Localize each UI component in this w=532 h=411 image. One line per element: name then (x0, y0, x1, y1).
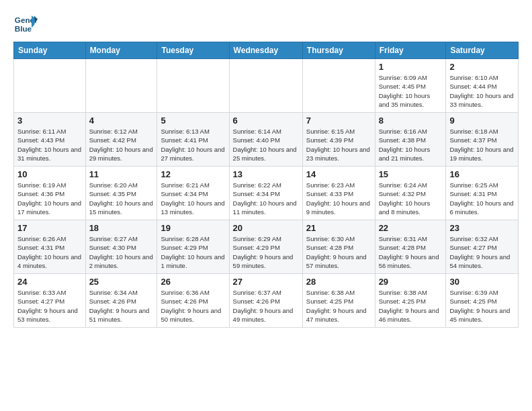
day-cell (157, 59, 229, 113)
day-cell: 21Sunrise: 6:30 AM Sunset: 4:28 PM Dayli… (302, 220, 375, 274)
week-row-1: 1Sunrise: 6:09 AM Sunset: 4:45 PM Daylig… (14, 59, 519, 113)
day-info: Sunrise: 6:15 AM Sunset: 4:39 PM Dayligh… (306, 127, 371, 163)
day-cell (14, 59, 86, 113)
day-info: Sunrise: 6:20 AM Sunset: 4:35 PM Dayligh… (89, 181, 154, 216)
day-cell: 22Sunrise: 6:31 AM Sunset: 4:28 PM Dayli… (375, 220, 446, 274)
day-number: 26 (161, 277, 225, 287)
day-info: Sunrise: 6:37 AM Sunset: 4:26 PM Dayligh… (233, 288, 299, 324)
weekday-header-thursday: Thursday (302, 42, 375, 59)
day-number: 15 (379, 169, 443, 179)
weekday-header-tuesday: Tuesday (157, 42, 229, 59)
day-info: Sunrise: 6:14 AM Sunset: 4:40 PM Dayligh… (233, 127, 299, 163)
day-info: Sunrise: 6:31 AM Sunset: 4:28 PM Dayligh… (379, 234, 443, 270)
day-info: Sunrise: 6:22 AM Sunset: 4:34 PM Dayligh… (233, 181, 299, 216)
day-number: 17 (17, 223, 82, 233)
day-number: 16 (449, 169, 515, 179)
day-cell: 24Sunrise: 6:33 AM Sunset: 4:27 PM Dayli… (14, 274, 86, 328)
day-cell: 2Sunrise: 6:10 AM Sunset: 4:44 PM Daylig… (446, 59, 519, 113)
day-number: 25 (89, 277, 154, 287)
day-info: Sunrise: 6:27 AM Sunset: 4:30 PM Dayligh… (89, 234, 154, 270)
day-cell: 23Sunrise: 6:32 AM Sunset: 4:27 PM Dayli… (446, 220, 519, 274)
day-cell: 10Sunrise: 6:19 AM Sunset: 4:36 PM Dayli… (14, 167, 86, 220)
day-cell: 26Sunrise: 6:36 AM Sunset: 4:26 PM Dayli… (157, 274, 229, 328)
day-info: Sunrise: 6:33 AM Sunset: 4:27 PM Dayligh… (17, 288, 82, 324)
day-number: 18 (89, 223, 154, 233)
day-cell: 19Sunrise: 6:28 AM Sunset: 4:29 PM Dayli… (157, 220, 229, 274)
day-cell: 17Sunrise: 6:26 AM Sunset: 4:31 PM Dayli… (14, 220, 86, 274)
day-cell: 25Sunrise: 6:34 AM Sunset: 4:26 PM Dayli… (85, 274, 157, 328)
day-info: Sunrise: 6:21 AM Sunset: 4:34 PM Dayligh… (161, 181, 225, 216)
day-cell: 13Sunrise: 6:22 AM Sunset: 4:34 PM Dayli… (229, 167, 302, 220)
day-info: Sunrise: 6:16 AM Sunset: 4:38 PM Dayligh… (379, 127, 443, 163)
weekday-header-monday: Monday (85, 42, 157, 59)
day-info: Sunrise: 6:13 AM Sunset: 4:41 PM Dayligh… (161, 127, 225, 163)
day-number: 23 (449, 223, 515, 233)
day-number: 1 (379, 62, 443, 72)
day-cell (85, 59, 157, 113)
day-cell: 16Sunrise: 6:25 AM Sunset: 4:31 PM Dayli… (446, 167, 519, 220)
day-number: 27 (233, 277, 299, 287)
day-number: 22 (379, 223, 443, 233)
day-number: 13 (233, 169, 299, 179)
week-row-4: 17Sunrise: 6:26 AM Sunset: 4:31 PM Dayli… (14, 220, 519, 274)
day-info: Sunrise: 6:39 AM Sunset: 4:25 PM Dayligh… (449, 288, 515, 324)
day-cell: 9Sunrise: 6:18 AM Sunset: 4:37 PM Daylig… (446, 113, 519, 167)
svg-text:Blue: Blue (15, 24, 32, 33)
day-info: Sunrise: 6:23 AM Sunset: 4:33 PM Dayligh… (306, 181, 371, 216)
weekday-header-friday: Friday (375, 42, 446, 59)
day-info: Sunrise: 6:25 AM Sunset: 4:31 PM Dayligh… (449, 181, 515, 216)
page: General Blue SundayMondayTuesdayWednesda… (0, 0, 532, 334)
day-info: Sunrise: 6:29 AM Sunset: 4:29 PM Dayligh… (233, 234, 299, 270)
day-info: Sunrise: 6:11 AM Sunset: 4:43 PM Dayligh… (17, 127, 82, 163)
day-info: Sunrise: 6:26 AM Sunset: 4:31 PM Dayligh… (17, 234, 82, 270)
day-number: 7 (306, 116, 371, 126)
calendar-table: SundayMondayTuesdayWednesdayThursdayFrid… (13, 42, 519, 328)
day-info: Sunrise: 6:09 AM Sunset: 4:45 PM Dayligh… (379, 73, 443, 109)
day-number: 9 (449, 116, 515, 126)
day-number: 6 (233, 116, 299, 126)
day-cell: 20Sunrise: 6:29 AM Sunset: 4:29 PM Dayli… (229, 220, 302, 274)
week-row-2: 3Sunrise: 6:11 AM Sunset: 4:43 PM Daylig… (14, 113, 519, 167)
logo: General Blue (13, 11, 35, 35)
day-cell: 7Sunrise: 6:15 AM Sunset: 4:39 PM Daylig… (302, 113, 375, 167)
day-cell: 14Sunrise: 6:23 AM Sunset: 4:33 PM Dayli… (302, 167, 375, 220)
day-cell (229, 59, 302, 113)
day-cell: 29Sunrise: 6:38 AM Sunset: 4:25 PM Dayli… (375, 274, 446, 328)
day-number: 10 (17, 169, 82, 179)
day-number: 3 (17, 116, 82, 126)
day-cell: 8Sunrise: 6:16 AM Sunset: 4:38 PM Daylig… (375, 113, 446, 167)
day-info: Sunrise: 6:18 AM Sunset: 4:37 PM Dayligh… (449, 127, 515, 163)
day-info: Sunrise: 6:32 AM Sunset: 4:27 PM Dayligh… (449, 234, 515, 270)
day-number: 8 (379, 116, 443, 126)
generalblue-logo-icon: General Blue (13, 11, 38, 35)
day-cell (302, 59, 375, 113)
day-cell: 28Sunrise: 6:38 AM Sunset: 4:25 PM Dayli… (302, 274, 375, 328)
day-info: Sunrise: 6:10 AM Sunset: 4:44 PM Dayligh… (449, 73, 515, 109)
day-number: 30 (449, 277, 515, 287)
week-row-5: 24Sunrise: 6:33 AM Sunset: 4:27 PM Dayli… (14, 274, 519, 328)
day-cell: 30Sunrise: 6:39 AM Sunset: 4:25 PM Dayli… (446, 274, 519, 328)
day-number: 19 (161, 223, 225, 233)
day-number: 24 (17, 277, 82, 287)
day-info: Sunrise: 6:34 AM Sunset: 4:26 PM Dayligh… (89, 288, 154, 324)
day-cell: 11Sunrise: 6:20 AM Sunset: 4:35 PM Dayli… (85, 167, 157, 220)
day-number: 2 (449, 62, 515, 72)
day-cell: 1Sunrise: 6:09 AM Sunset: 4:45 PM Daylig… (375, 59, 446, 113)
day-number: 28 (306, 277, 371, 287)
weekday-header-wednesday: Wednesday (229, 42, 302, 59)
day-info: Sunrise: 6:12 AM Sunset: 4:42 PM Dayligh… (89, 127, 154, 163)
day-info: Sunrise: 6:19 AM Sunset: 4:36 PM Dayligh… (17, 181, 82, 216)
day-number: 11 (89, 169, 154, 179)
day-cell: 18Sunrise: 6:27 AM Sunset: 4:30 PM Dayli… (85, 220, 157, 274)
day-cell: 6Sunrise: 6:14 AM Sunset: 4:40 PM Daylig… (229, 113, 302, 167)
day-number: 21 (306, 223, 371, 233)
day-info: Sunrise: 6:38 AM Sunset: 4:25 PM Dayligh… (306, 288, 371, 324)
day-info: Sunrise: 6:36 AM Sunset: 4:26 PM Dayligh… (161, 288, 225, 324)
header: General Blue (13, 11, 519, 35)
day-info: Sunrise: 6:28 AM Sunset: 4:29 PM Dayligh… (161, 234, 225, 270)
day-cell: 5Sunrise: 6:13 AM Sunset: 4:41 PM Daylig… (157, 113, 229, 167)
weekday-header-row: SundayMondayTuesdayWednesdayThursdayFrid… (14, 42, 519, 59)
day-info: Sunrise: 6:24 AM Sunset: 4:32 PM Dayligh… (379, 181, 443, 216)
day-cell: 4Sunrise: 6:12 AM Sunset: 4:42 PM Daylig… (85, 113, 157, 167)
day-cell: 27Sunrise: 6:37 AM Sunset: 4:26 PM Dayli… (229, 274, 302, 328)
